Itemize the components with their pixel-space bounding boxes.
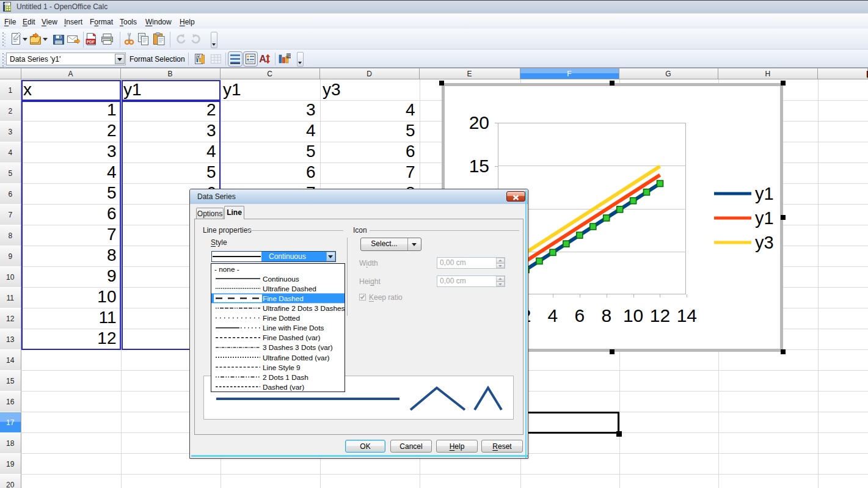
svg-text:2 Dots 1 Dash: 2 Dots 1 Dash [263,373,308,381]
svg-text:Ultrafine Dotted (var): Ultrafine Dotted (var) [263,353,330,362]
svg-text:Fine Dotted: Fine Dotted [263,314,300,322]
svg-text:Ultrafine 2 Dots 3 Dashes: Ultrafine 2 Dots 3 Dashes [263,304,345,313]
svg-text:Line with Fine Dots: Line with Fine Dots [263,324,324,332]
svg-text:Dashed (var): Dashed (var) [263,382,304,391]
svg-text:Continuous: Continuous [263,274,299,283]
svg-text:PDF: PDF [87,40,95,44]
svg-text:Ultrafine Dashed: Ultrafine Dashed [263,284,316,293]
svg-text:Line Style 9: Line Style 9 [263,363,301,371]
svg-text:A: A [259,54,266,64]
svg-text:Fine Dashed (var): Fine Dashed (var) [263,333,320,342]
svg-text:3 Dashes 3 Dots (var): 3 Dashes 3 Dots (var) [263,343,333,352]
svg-text:Fine Dashed: Fine Dashed [263,294,304,302]
svg-text:- none -: - none - [214,264,239,273]
